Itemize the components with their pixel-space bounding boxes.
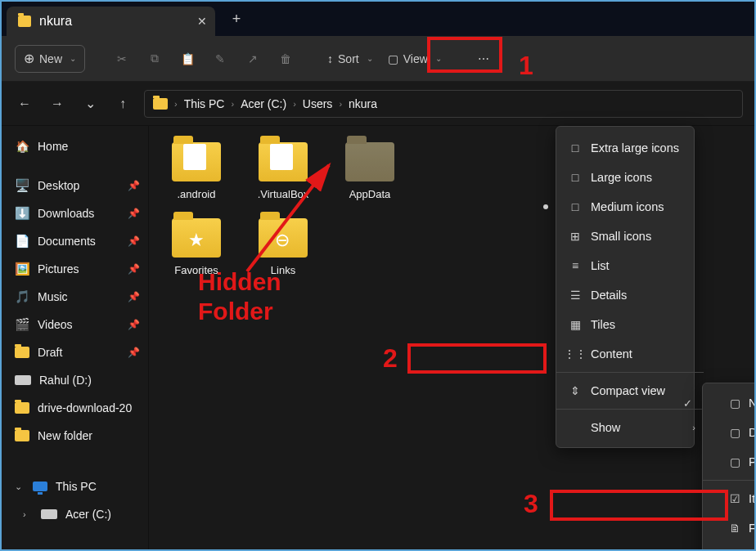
menu-item-tiles[interactable]: ▦Tiles (556, 310, 704, 339)
menu-item-item-check-boxes[interactable]: ☑Item check boxes (703, 484, 756, 513)
folder-icon (259, 142, 308, 181)
menu-icon: ☰ (568, 289, 583, 302)
sidebar-this-pc[interactable]: ⌄ This PC (2, 473, 148, 500)
sidebar-item-drive-download-20[interactable]: drive-download-20 (2, 394, 148, 422)
menu-item-show[interactable]: Show› (556, 413, 704, 442)
folder-icon (18, 16, 31, 27)
pin-icon: 📌 (128, 347, 140, 358)
view-dropdown-menu: □Extra large icons□Large icons□Medium ic… (556, 126, 695, 448)
sidebar-item-label: Pictures (38, 262, 79, 276)
menu-item-label: Preview pane (749, 455, 756, 468)
sort-button[interactable]: ↕ Sort ⌄ (322, 45, 378, 73)
folder-item[interactable]: .android (162, 142, 231, 200)
menu-item-details[interactable]: ☰Details (556, 280, 704, 310)
show-submenu: ✓▢Navigation pane▢Details pane▢Preview p… (702, 383, 756, 551)
rename-icon: ✎ (215, 52, 225, 65)
sidebar-item-documents[interactable]: 📄Documents📌 (2, 227, 148, 255)
sidebar-item-music[interactable]: 🎵Music📌 (2, 283, 148, 311)
menu-icon: ▦ (568, 318, 583, 331)
chevron-down-icon: ⌄ (70, 54, 76, 63)
menu-item-label: Navigation pane (749, 396, 756, 410)
close-tab-icon[interactable]: ✕ (197, 15, 207, 28)
up-button[interactable]: ↑ (111, 92, 134, 115)
trash-icon: 🗑 (280, 52, 291, 65)
cut-button[interactable]: ✂ (108, 45, 136, 73)
menu-item-hidden-items[interactable]: ✓◉Hidden items (703, 543, 756, 551)
pin-icon: 📌 (128, 208, 140, 219)
menu-icon: ≡ (568, 259, 583, 272)
menu-item-list[interactable]: ≡List (556, 251, 704, 280)
selected-dot-icon (543, 204, 548, 209)
rename-button[interactable]: ✎ (206, 45, 234, 73)
folder-item[interactable]: AppData (335, 142, 404, 200)
menu-item-medium-icons[interactable]: □Medium icons (556, 192, 704, 222)
window-tab[interactable]: nkura ✕ (7, 7, 215, 36)
menu-item-preview-pane[interactable]: ▢Preview pane (703, 447, 756, 477)
delete-button[interactable]: 🗑 (272, 45, 299, 73)
view-button[interactable]: ▢ View ⌄ (383, 45, 447, 73)
sidebar-item-label: New folder (38, 429, 92, 442)
music-icon: 🎵 (15, 289, 29, 304)
forward-button[interactable]: → (46, 92, 69, 115)
folder-icon (172, 142, 221, 181)
menu-item-details-pane[interactable]: ▢Details pane (703, 418, 756, 447)
folder-icon (153, 98, 168, 110)
sidebar: 🏠 Home 🖥️Desktop📌⬇️Downloads📌📄Documents📌… (2, 126, 149, 549)
sidebar-item-draft[interactable]: Draft📌 (2, 338, 148, 366)
downloads-icon: ⬇️ (15, 206, 29, 221)
menu-item-extra-large-icons[interactable]: □Extra large icons (556, 133, 704, 163)
plus-circle-icon: ⊕ (24, 51, 34, 66)
menu-item-label: Medium icons (591, 200, 664, 213)
sort-icon: ↕ (327, 52, 333, 65)
menu-icon: ▢ (727, 455, 742, 468)
menu-item-small-icons[interactable]: ⊞Small icons (556, 222, 704, 251)
drive-icon (15, 375, 31, 385)
recent-button[interactable]: ⌄ (79, 92, 101, 115)
sidebar-item-videos[interactable]: 🎬Videos📌 (2, 311, 148, 338)
chevron-right-icon: › (23, 509, 33, 519)
tab-title: nkura (39, 14, 72, 29)
menu-item-navigation-pane[interactable]: ✓▢Navigation pane (703, 388, 756, 418)
pin-icon: 📌 (128, 235, 140, 247)
menu-item-compact-view[interactable]: ⇕Compact view (556, 376, 704, 405)
sidebar-item-label: drive-download-20 (38, 401, 132, 414)
sidebar-item-label: Downloads (38, 207, 94, 220)
more-button[interactable]: ⋯ (470, 45, 497, 73)
sidebar-item-pictures[interactable]: 🖼️Pictures📌 (2, 255, 148, 283)
paste-button[interactable]: 📋 (173, 45, 201, 73)
sidebar-item-desktop[interactable]: 🖥️Desktop📌 (2, 172, 148, 199)
sidebar-item-downloads[interactable]: ⬇️Downloads📌 (2, 199, 148, 227)
sidebar-item-label: Desktop (38, 179, 79, 192)
folder-label: AppData (349, 188, 391, 200)
menu-item-label: Show (591, 421, 620, 434)
videos-icon: 🎬 (15, 317, 29, 332)
menu-item-label: Compact view (591, 384, 665, 397)
sidebar-item-rahul-d-[interactable]: Rahul (D:) (2, 366, 148, 394)
chevron-right-icon: › (692, 423, 695, 432)
drive-icon (41, 509, 57, 519)
back-button[interactable]: ← (13, 92, 36, 115)
menu-icon: ☑ (727, 492, 742, 505)
menu-icon: ▢ (727, 426, 742, 439)
sidebar-item-new-folder[interactable]: New folder (2, 422, 148, 450)
breadcrumb[interactable]: › This PC › Acer (C:) › Users › nkura (144, 90, 743, 118)
menu-item-large-icons[interactable]: □Large icons (556, 163, 704, 192)
desktop-icon: 🖥️ (15, 178, 29, 193)
share-button[interactable]: ↗ (239, 45, 267, 73)
menu-item-file-name-extensions[interactable]: 🗎File name extensions (703, 513, 756, 543)
sidebar-drive[interactable]: › Acer (C:) (2, 500, 148, 528)
menu-icon: ⊞ (568, 230, 583, 243)
folder-icon (15, 430, 29, 441)
pin-icon: 📌 (128, 263, 140, 275)
new-button[interactable]: ⊕ New ⌄ (15, 45, 85, 73)
sidebar-home[interactable]: 🏠 Home (2, 132, 148, 160)
new-tab-button[interactable]: + (223, 6, 250, 32)
ellipsis-icon: ⋯ (478, 52, 489, 65)
sidebar-item-label: Rahul (D:) (39, 374, 92, 387)
menu-item-content[interactable]: ⋮⋮Content (556, 339, 704, 369)
annotation-label: Hidden Folder (198, 267, 281, 326)
copy-button[interactable]: ⧉ (141, 45, 169, 73)
folder-item[interactable]: .VirtualBox (249, 142, 317, 200)
pin-icon: 📌 (128, 319, 140, 330)
check-icon: ✓ (683, 397, 692, 410)
